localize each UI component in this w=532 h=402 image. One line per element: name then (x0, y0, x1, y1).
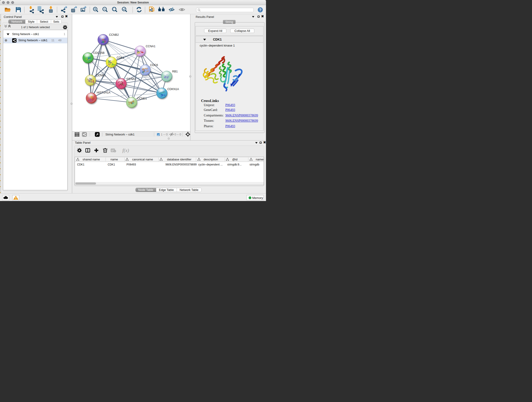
svg-text:CCNA1: CCNA1 (146, 45, 155, 48)
svg-text:name: name (110, 158, 118, 161)
svg-text:namespace: namespace (256, 158, 264, 161)
svg-text:CDKN1A: CDKN1A (167, 88, 179, 91)
svg-text:CCNA2: CCNA2 (127, 77, 136, 81)
svg-text:HIST1H1A: HIST1H1A (97, 91, 110, 94)
svg-text:?: ? (259, 8, 261, 12)
svg-text:CCNB2: CCNB2 (109, 33, 119, 36)
svg-text:@id: @id (232, 158, 237, 161)
svg-text:CDK1: CDK1 (117, 56, 124, 59)
svg-text:database identifier: database identifier (167, 158, 191, 161)
svg-text:RB1: RB1 (172, 70, 178, 73)
svg-text:CCNE1: CCNE1 (137, 97, 147, 100)
svg-text:description: description (203, 158, 218, 161)
svg-text:CDC6: CDC6 (150, 64, 158, 67)
svg-text:CDC25B: CDC25B (93, 51, 104, 55)
svg-text:canonical name: canonical name (132, 158, 153, 161)
svg-text:f(x): f(x) (122, 148, 129, 153)
svg-text:shared name: shared name (82, 158, 100, 161)
svg-text:CCNB1: CCNB1 (96, 74, 106, 77)
